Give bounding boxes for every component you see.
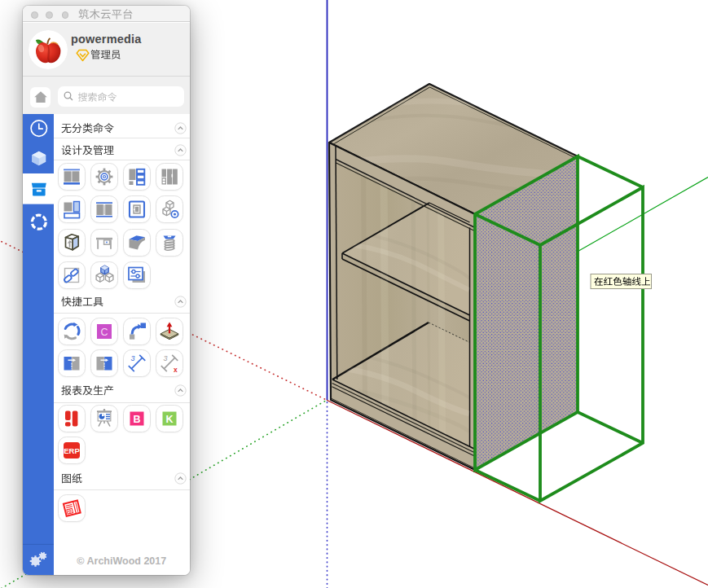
svg-text:3: 3 <box>164 353 168 362</box>
svg-text:ERP: ERP <box>64 446 81 455</box>
svg-text:3: 3 <box>131 353 135 362</box>
svg-text:C: C <box>101 326 108 337</box>
svg-text:K: K <box>166 414 174 425</box>
svg-text:B: B <box>134 414 141 425</box>
svg-text:x: x <box>174 365 178 373</box>
